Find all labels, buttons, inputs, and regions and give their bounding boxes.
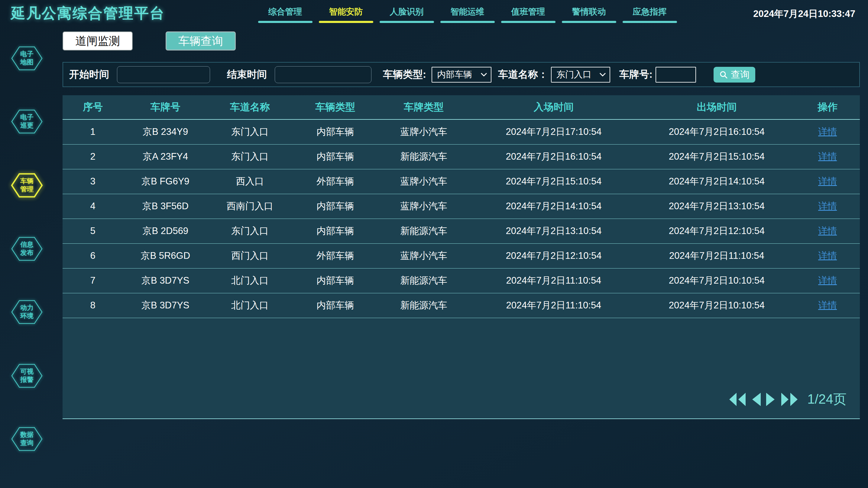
nav-underline [440,21,495,23]
filter-bar: 开始时间 结束时间 车辆类型: 内部车辆 车道名称： 东门入口 车牌号: 查询 [63,62,860,87]
detail-link[interactable]: 详情 [818,201,837,211]
table-row: 3 京B FG6Y9 西入口 外部车辆 蓝牌小汽车 2024年7月2日15:10… [63,169,860,194]
next-page-icon [766,393,776,406]
column-header: 操作 [795,95,860,119]
detail-link[interactable]: 详情 [818,250,837,261]
table-row: 8 京B 3D7YS 北门入口 内部车辆 新能源汽车 2024年7月2日11:1… [63,293,860,318]
last-page-button[interactable] [780,393,798,406]
last-page-icon [780,393,798,406]
nav-tab-label: 人脸识别 [390,6,424,18]
sidebar-item-vehicle-management[interactable]: 车辆管理 [11,172,43,199]
sidebar-item-visual-alarm[interactable]: 可视报警 [11,363,43,389]
sidebar-item-electronic-map[interactable]: 电子地图 [11,45,43,71]
first-page-button[interactable] [729,393,747,406]
nav-tab-4[interactable]: 值班管理 [498,0,559,25]
column-header: 入场时间 [469,95,638,119]
first-page-icon [729,393,747,406]
column-header: 序号 [63,95,123,119]
start-time-label: 开始时间 [69,68,109,81]
nav-tab-2[interactable]: 人脸识别 [376,0,437,25]
column-header: 车辆类型 [292,95,378,119]
nav-underline [258,21,312,23]
search-button[interactable]: 查询 [714,67,755,83]
nav-tab-6[interactable]: 应急指挥 [619,0,680,25]
nav-tab-0[interactable]: 综合管理 [255,0,315,25]
nav-underline [501,21,556,23]
nav-tab-label: 智能安防 [329,6,363,18]
tab-gate-monitor[interactable]: 道闸监测 [63,31,133,51]
page-title: 延凡公寓综合管理平台 [11,4,165,23]
table-row: 2 京A 23FY4 东门入口 内部车辆 新能源汽车 2024年7月2日16:1… [63,144,860,169]
chevron-down-icon [480,72,487,77]
detail-link[interactable]: 详情 [818,275,837,286]
end-time-label: 结束时间 [227,68,267,81]
datetime-display: 2024年7月24日10:33:47 [753,7,855,20]
top-nav: 综合管理 智能安防 人脸识别 智能运维 值班管理 警情联动 应急指挥 [255,0,680,25]
table-row: 1 京B 234Y9 东门入口 内部车辆 蓝牌小汽车 2024年7月2日17:1… [63,119,860,144]
detail-link[interactable]: 详情 [818,300,837,310]
nav-tab-label: 综合管理 [268,6,302,18]
nav-tab-label: 应急指挥 [633,6,667,18]
sidebar-item-power-env[interactable]: 动力环境 [11,299,43,325]
column-header: 车牌类型 [378,95,469,119]
prev-page-icon [751,393,761,406]
vehicle-type-select[interactable]: 内部车辆 [432,67,491,83]
vehicle-table-panel: 序号 车牌号 车道名称 车辆类型 车牌类型 入场时间 出场时间 操作 1 京B … [63,95,860,419]
prev-page-button[interactable] [751,393,761,406]
sidebar-item-patrol[interactable]: 电子巡更 [11,109,43,134]
column-header: 车道名称 [208,95,292,119]
left-sidebar: 电子地图 电子巡更 车辆管理 信息发布 动力环境 可视报警 数据查询 [0,25,62,488]
table-row: 6 京B 5R6GD 西门入口 外部车辆 蓝牌小汽车 2024年7月2日12:1… [63,243,860,268]
lane-select[interactable]: 东门入口 [551,67,610,83]
end-time-input[interactable] [275,66,371,83]
page-indicator: 1/24页 [807,390,846,408]
detail-link[interactable]: 详情 [818,225,837,236]
plate-label: 车牌号: [619,68,652,81]
top-header: 延凡公寓综合管理平台 综合管理 智能安防 人脸识别 智能运维 值班管理 警情联动… [0,0,868,25]
detail-link[interactable]: 详情 [818,126,837,137]
lane-label: 车道名称： [498,68,548,81]
column-header: 出场时间 [638,95,796,119]
nav-tab-1[interactable]: 智能安防 [315,0,376,25]
nav-underline [319,21,373,23]
nav-tab-label: 智能运维 [451,6,485,18]
nav-tab-label: 值班管理 [512,6,545,18]
nav-tab-5[interactable]: 警情联动 [559,0,619,25]
detail-link[interactable]: 详情 [818,176,837,187]
search-icon [719,70,728,79]
nav-tab-3[interactable]: 智能运维 [437,0,498,25]
nav-underline [623,21,677,23]
sidebar-item-info-publish[interactable]: 信息发布 [11,236,43,262]
table-row: 7 京B 3D7YS 北门入口 内部车辆 新能源汽车 2024年7月2日11:1… [63,268,860,293]
chevron-down-icon [599,72,606,77]
pagination: 1/24页 [729,390,846,408]
plate-input[interactable] [655,67,696,83]
sidebar-item-data-query[interactable]: 数据查询 [11,426,43,452]
table-row: 5 京B 2D569 东门入口 内部车辆 新能源汽车 2024年7月2日13:1… [63,219,860,243]
start-time-input[interactable] [117,66,210,83]
vehicle-type-label: 车辆类型: [383,68,426,81]
nav-underline [380,21,434,23]
nav-underline [562,21,616,23]
vehicle-table: 序号 车牌号 车道名称 车辆类型 车牌类型 入场时间 出场时间 操作 1 京B … [63,95,860,318]
table-row: 4 京B 3F56D 西南门入口 内部车辆 蓝牌小汽车 2024年7月2日14:… [63,194,860,219]
next-page-button[interactable] [766,393,776,406]
detail-link[interactable]: 详情 [818,151,837,162]
tab-vehicle-query[interactable]: 车辆查询 [166,31,236,51]
main-content: 道闸监测 车辆查询 开始时间 结束时间 车辆类型: 内部车辆 车道名称： 东门入… [62,25,868,488]
table-header-row: 序号 车牌号 车道名称 车辆类型 车牌类型 入场时间 出场时间 操作 [63,95,860,119]
column-header: 车牌号 [123,95,208,119]
nav-tab-label: 警情联动 [572,6,606,18]
